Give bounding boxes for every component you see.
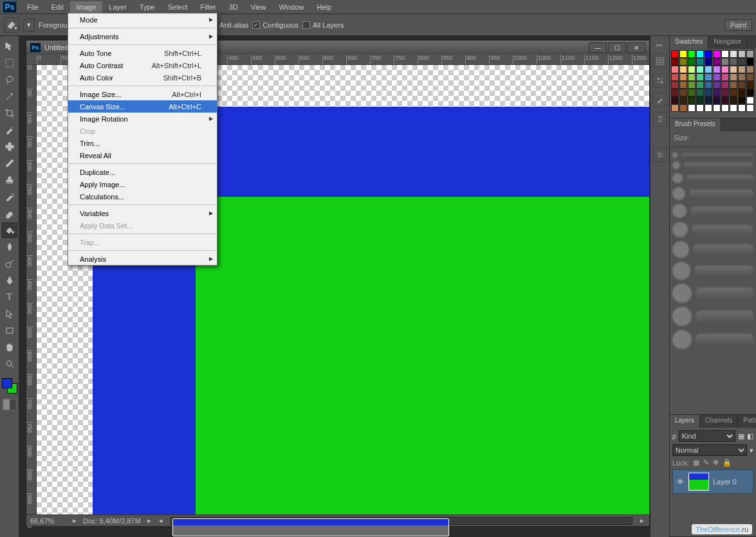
tool-preset-dropdown-icon[interactable]: ▾ bbox=[23, 19, 35, 32]
brush-preset-row[interactable] bbox=[672, 161, 753, 169]
swatch[interactable] bbox=[721, 50, 729, 58]
alllayers-checkbox[interactable]: All Layers bbox=[302, 21, 344, 29]
shape-tool-icon[interactable] bbox=[2, 323, 17, 338]
layer-name[interactable]: Layer 0 bbox=[713, 478, 737, 486]
swatch[interactable] bbox=[730, 66, 737, 73]
swatch[interactable] bbox=[721, 58, 729, 66]
menu-layer[interactable]: Layer bbox=[102, 1, 133, 13]
swatch[interactable] bbox=[696, 58, 704, 66]
filter-icon[interactable]: ▦ bbox=[738, 432, 744, 441]
minimize-button[interactable]: — bbox=[589, 42, 607, 53]
tab-channels[interactable]: Channels bbox=[700, 415, 738, 428]
swatch[interactable] bbox=[713, 89, 721, 96]
ruler-vertical[interactable]: 0501001502002503003504004505005506006507… bbox=[26, 65, 37, 514]
swatch[interactable] bbox=[705, 66, 712, 73]
lock-transparency-icon[interactable]: ▦ bbox=[693, 459, 699, 467]
menu-window[interactable]: Window bbox=[272, 1, 310, 13]
brush-preset-row[interactable] bbox=[672, 173, 753, 183]
swatch[interactable] bbox=[696, 66, 704, 73]
menu-item-mode[interactable]: Mode bbox=[68, 14, 217, 26]
menu-help[interactable]: Help bbox=[311, 1, 338, 13]
visibility-eye-icon[interactable]: 👁 bbox=[676, 477, 685, 486]
swatch[interactable] bbox=[705, 104, 712, 112]
tab-brush-presets[interactable]: Brush Presets bbox=[670, 118, 721, 131]
brush-preset-row[interactable] bbox=[672, 307, 753, 326]
eraser-tool-icon[interactable] bbox=[2, 206, 17, 221]
swatch[interactable] bbox=[671, 89, 679, 96]
swatch[interactable] bbox=[688, 50, 696, 58]
brush-tool-icon[interactable] bbox=[2, 156, 17, 171]
swatch[interactable] bbox=[730, 89, 737, 96]
menu-edit[interactable]: Edit bbox=[45, 1, 70, 13]
swatch[interactable] bbox=[721, 96, 729, 104]
menu-item-image-rotation[interactable]: Image Rotation bbox=[68, 113, 217, 125]
swatch[interactable] bbox=[671, 58, 679, 66]
contiguous-checkbox[interactable]: Contiguous bbox=[252, 21, 299, 29]
layer-row[interactable]: 👁 Layer 0 bbox=[672, 469, 753, 494]
menu-item-image-size[interactable]: Image Size...Alt+Ctrl+I bbox=[68, 88, 217, 100]
brush-preset-row[interactable] bbox=[672, 284, 753, 303]
swatch[interactable] bbox=[746, 66, 754, 73]
blend-mode-select[interactable]: Normal bbox=[672, 444, 747, 456]
menu-item-apply-image[interactable]: Apply Image... bbox=[68, 178, 217, 190]
tab-paths[interactable]: Path bbox=[738, 415, 756, 428]
swatch[interactable] bbox=[746, 104, 754, 112]
marquee-tool-icon[interactable] bbox=[2, 55, 17, 71]
swatch[interactable] bbox=[738, 89, 746, 96]
swatch[interactable] bbox=[671, 50, 679, 58]
swatch[interactable] bbox=[671, 96, 679, 104]
paint-button[interactable]: Paint bbox=[724, 19, 752, 31]
heal-tool-icon[interactable] bbox=[2, 139, 17, 154]
swatch[interactable] bbox=[696, 50, 704, 58]
tab-layers[interactable]: Layers bbox=[670, 415, 700, 428]
swatch[interactable] bbox=[730, 50, 737, 58]
swatch[interactable] bbox=[713, 58, 721, 66]
menu-type[interactable]: Type bbox=[133, 1, 161, 13]
swatch[interactable] bbox=[705, 50, 712, 58]
menu-image[interactable]: Image bbox=[70, 1, 103, 13]
swatch[interactable] bbox=[730, 73, 737, 81]
menu-item-trim[interactable]: Trim... bbox=[68, 137, 217, 149]
brush-preset-row[interactable] bbox=[672, 330, 753, 349]
swatch[interactable] bbox=[705, 73, 712, 81]
menu-view[interactable]: View bbox=[244, 1, 273, 13]
swatch[interactable] bbox=[738, 104, 746, 112]
swatch[interactable] bbox=[696, 89, 704, 96]
scroll-right-icon[interactable]: ▸ bbox=[639, 516, 645, 525]
swatch[interactable] bbox=[713, 96, 721, 104]
swatch[interactable] bbox=[688, 96, 696, 104]
foreground-color[interactable] bbox=[2, 378, 12, 388]
chevron-down-icon[interactable]: ▾ bbox=[750, 446, 753, 455]
swatch[interactable] bbox=[679, 73, 687, 81]
swatch[interactable] bbox=[671, 66, 679, 73]
bucket-tool-icon[interactable] bbox=[2, 223, 17, 238]
swatch[interactable] bbox=[746, 50, 754, 58]
properties-panel-icon[interactable] bbox=[653, 73, 667, 87]
menu-item-auto-color[interactable]: Auto ColorShift+Ctrl+B bbox=[68, 71, 217, 84]
blur-tool-icon[interactable] bbox=[2, 239, 17, 255]
swatch[interactable] bbox=[730, 104, 737, 112]
swatch[interactable] bbox=[679, 58, 687, 66]
menu-3d[interactable]: 3D bbox=[223, 1, 244, 13]
brush-preset-row[interactable] bbox=[672, 152, 753, 158]
quick-mask-icon[interactable] bbox=[3, 399, 17, 410]
swatch[interactable] bbox=[688, 73, 696, 81]
crop-tool-icon[interactable] bbox=[2, 105, 17, 121]
history-panel-icon[interactable] bbox=[653, 54, 667, 68]
brush-preset-row[interactable] bbox=[672, 204, 753, 218]
hand-tool-icon[interactable] bbox=[2, 340, 17, 355]
brush-preset-list[interactable] bbox=[670, 150, 756, 349]
move-tool-icon[interactable] bbox=[2, 39, 17, 54]
pen-tool-icon[interactable] bbox=[2, 273, 17, 288]
swatch[interactable] bbox=[721, 66, 729, 73]
swatch[interactable] bbox=[738, 73, 746, 81]
swatch[interactable] bbox=[705, 81, 712, 89]
swatch[interactable] bbox=[688, 81, 696, 89]
wand-tool-icon[interactable] bbox=[2, 89, 17, 104]
menu-item-analysis[interactable]: Analysis bbox=[68, 253, 217, 265]
swatch[interactable] bbox=[713, 50, 721, 58]
swatch-grid[interactable] bbox=[670, 49, 756, 113]
swatch[interactable] bbox=[746, 81, 754, 89]
maximize-button[interactable]: ☐ bbox=[608, 42, 626, 53]
close-button[interactable]: ✕ bbox=[627, 42, 645, 53]
